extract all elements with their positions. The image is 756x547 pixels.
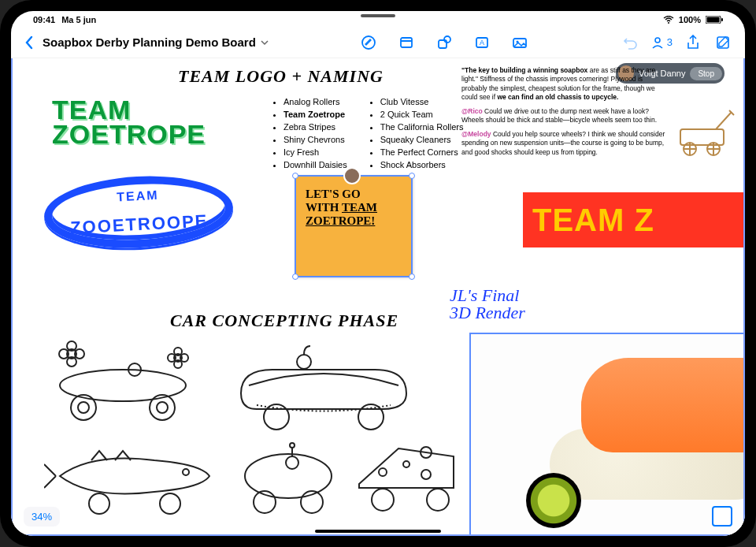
svg-point-53 xyxy=(403,461,410,467)
document-title-text: Soapbox Derby Planning Demo Board xyxy=(43,35,256,49)
freeform-canvas[interactable]: Volgt Danny Stop TEAM LOGO + NAMING TEAM… xyxy=(11,58,745,536)
quote-rico-text: Could we drive out to the dump next week… xyxy=(461,107,657,124)
text-tool-icon[interactable]: A xyxy=(472,33,491,52)
svg-text:A: A xyxy=(480,39,484,47)
resize-handle[interactable] xyxy=(409,274,415,280)
team-z-banner[interactable]: TEAM Z xyxy=(523,192,745,247)
list-item: The California Rollers xyxy=(380,121,464,134)
share-icon[interactable] xyxy=(684,33,702,52)
list-item: Team Zoetrope xyxy=(284,109,347,121)
heading-concepting: CAR CONCEPTING PHASE xyxy=(170,311,398,331)
back-button[interactable] xyxy=(24,35,35,50)
media-tool-icon[interactable] xyxy=(510,33,529,52)
collaborator-cursor-avatar xyxy=(343,167,361,184)
sticky-note-tool-icon[interactable] xyxy=(397,33,416,52)
zoom-level-button[interactable]: 34% xyxy=(24,507,60,527)
list-item: Zebra Stripes xyxy=(284,121,347,134)
svg-point-26 xyxy=(150,395,175,420)
name-options-list: Analog Rollers Team Zoetrope Zebra Strip… xyxy=(272,96,463,172)
list-item: Downhill Daisies xyxy=(284,159,347,172)
svg-point-46 xyxy=(245,454,332,498)
list-item: Icy Fresh xyxy=(284,147,347,159)
sketch-bean-car[interactable] xyxy=(233,441,343,515)
resize-handle[interactable] xyxy=(292,274,298,280)
svg-rect-5 xyxy=(401,38,412,47)
svg-point-43 xyxy=(89,493,109,514)
collaborator-count: 3 xyxy=(667,36,673,48)
render-annotation[interactable]: JL's Final 3D Render xyxy=(450,287,525,322)
svg-point-13 xyxy=(655,38,660,43)
quote-bold-start: "The key to building a winning soapbox xyxy=(461,66,587,74)
chevron-down-icon xyxy=(261,39,269,46)
sketch-area xyxy=(44,338,454,519)
team-logo-green[interactable]: TEAM ZOETROPE xyxy=(52,98,217,146)
ring-line1: TEAM xyxy=(117,188,159,205)
logo-green-line2: ZOETROPE xyxy=(52,122,217,147)
list-item: 2 Quick Team xyxy=(380,109,464,121)
svg-line-16 xyxy=(716,112,732,129)
mention-melody[interactable]: @Melody xyxy=(461,130,491,138)
list-item: The Perfect Corners xyxy=(380,147,464,159)
quote-melody-text: Could you help source wheels? I think we… xyxy=(461,130,665,156)
status-bar: 09:41 Ma 5 jun 100% xyxy=(11,11,745,27)
collaborators-button[interactable]: 3 xyxy=(650,35,673,50)
camera-pill xyxy=(361,14,395,17)
status-time: 09:41 xyxy=(33,15,55,24)
research-text-block[interactable]: "The key to building a winning soapbox a… xyxy=(461,66,666,162)
undo-icon[interactable] xyxy=(621,33,639,52)
render-wheel xyxy=(526,473,581,528)
svg-rect-2 xyxy=(707,17,720,23)
battery-icon xyxy=(706,16,723,24)
document-title[interactable]: Soapbox Derby Planning Demo Board xyxy=(43,35,269,49)
svg-point-54 xyxy=(421,470,431,479)
team-logo-ring[interactable]: TEAM ZOOETROOPE xyxy=(43,172,235,252)
sticky-line: LET'S GO xyxy=(306,188,402,201)
svg-point-51 xyxy=(290,443,295,448)
render-note-line1: JL's Final xyxy=(450,287,525,304)
sketch-sushi-car[interactable] xyxy=(225,338,422,433)
sticky-line: ZOETROPE! xyxy=(306,214,402,228)
heading-logo-naming: TEAM LOGO + NAMING xyxy=(178,66,384,87)
sticky-line: WITH xyxy=(306,201,339,214)
svg-point-49 xyxy=(286,456,298,469)
resize-handle[interactable] xyxy=(292,173,298,179)
svg-point-45 xyxy=(183,469,189,475)
sticky-note-selected[interactable]: LET'S GO WITH TEAM ZOETROPE! xyxy=(295,175,413,277)
home-indicator[interactable] xyxy=(315,530,441,533)
svg-point-56 xyxy=(427,489,449,511)
app-toolbar: Soapbox Derby Planning Demo Board A xyxy=(11,27,745,58)
svg-point-28 xyxy=(157,402,168,413)
sketch-cheese-car[interactable] xyxy=(351,437,469,515)
mention-rico[interactable]: @Rico xyxy=(461,107,483,115)
svg-point-27 xyxy=(78,402,89,413)
compose-icon[interactable] xyxy=(713,33,732,52)
wagon-sketch[interactable] xyxy=(673,106,736,161)
sketch-fish-car[interactable] xyxy=(44,437,217,515)
svg-point-44 xyxy=(160,493,180,514)
svg-rect-3 xyxy=(721,18,723,21)
render-note-line2: 3D Render xyxy=(450,304,525,322)
list-item: Squeaky Cleaners xyxy=(380,134,464,147)
minimap-button[interactable] xyxy=(712,506,732,527)
pen-tool-icon[interactable] xyxy=(359,33,378,52)
svg-point-0 xyxy=(668,22,669,24)
svg-point-55 xyxy=(372,489,394,511)
logo-green-line1: TEAM xyxy=(52,98,217,122)
render-frame[interactable] xyxy=(469,333,745,536)
banner-text: TEAM Z xyxy=(532,203,654,238)
list-item: Club Vitesse xyxy=(380,96,464,109)
svg-point-8 xyxy=(444,36,450,43)
svg-point-25 xyxy=(71,395,96,420)
render-salmon xyxy=(581,358,745,452)
sketch-flower-car[interactable] xyxy=(44,338,202,425)
battery-text: 100% xyxy=(679,15,701,24)
resize-handle[interactable] xyxy=(409,173,415,179)
sticky-line: TEAM xyxy=(342,201,377,214)
list-item: Analog Rollers xyxy=(284,96,347,109)
status-date: Ma 5 jun xyxy=(61,15,96,24)
svg-point-42 xyxy=(297,355,311,369)
list-item: Shock Absorbers xyxy=(380,159,464,172)
shape-tool-icon[interactable] xyxy=(435,33,454,52)
quote-bold-end: we can find an old chassis to upcycle. xyxy=(497,93,618,101)
follow-stop-button[interactable]: Stop xyxy=(690,67,722,80)
